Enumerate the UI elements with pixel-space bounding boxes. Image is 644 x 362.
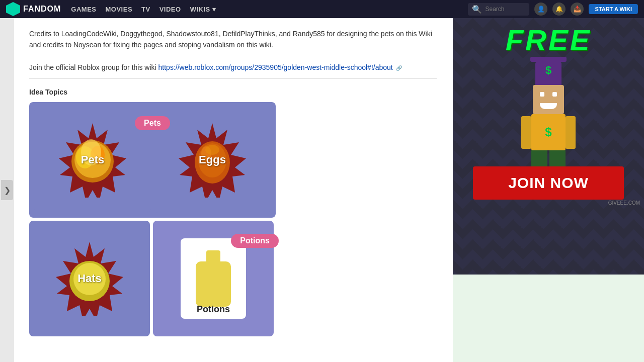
ad-rest-area xyxy=(453,275,644,362)
main-layout: ❯ Credits to LoadingCodeWiki, Doggythego… xyxy=(0,18,644,362)
potion-bottle xyxy=(196,250,231,307)
eggs-starburst: Eggs xyxy=(175,122,250,198)
eggs-inner-card[interactable]: Eggs xyxy=(154,107,271,213)
free-text: FREE xyxy=(506,23,592,57)
chevron-right-icon: ❯ xyxy=(4,186,11,195)
nav-games[interactable]: GAMES xyxy=(71,5,96,14)
pets-starburst: Pets xyxy=(55,122,130,198)
ad-watermark: GIVEEE.COM xyxy=(608,200,640,206)
content-inner: Credits to LoadingCodeWiki, Doggythegod,… xyxy=(14,18,447,346)
potions-card[interactable]: Potions Potions xyxy=(153,221,274,336)
idea-topics-title: Idea Topics xyxy=(29,88,437,96)
potions-badge: Potions xyxy=(231,234,279,248)
right-ad-panel: FREE $ xyxy=(453,18,644,362)
fandom-logo-icon xyxy=(6,2,20,16)
hats-label: Hats xyxy=(77,272,102,285)
join-now-button[interactable]: JOIN NOW xyxy=(473,166,624,200)
potion-body xyxy=(196,261,231,307)
nav-right-actions: 🔍 👤 🔔 📥 START A WIKI xyxy=(468,3,638,16)
nav-links: GAMES MOVIES TV VIDEO WIKIS ▾ xyxy=(71,5,216,14)
credits-paragraph: Credits to LoadingCodeWiki, Doggythegod,… xyxy=(29,28,437,51)
idea-topics-section: Idea Topics Pets xyxy=(29,86,437,336)
credits-section: Credits to LoadingCodeWiki, Doggythegod,… xyxy=(29,18,437,79)
pets-eggs-card[interactable]: Pets xyxy=(29,102,276,218)
left-sidebar-toggle[interactable]: ❯ xyxy=(0,18,14,362)
start-wiki-button[interactable]: START A WIKI xyxy=(589,4,638,14)
join-group-paragraph: Join the official Roblox group for this … xyxy=(29,62,437,73)
nav-tv[interactable]: TV xyxy=(141,5,150,14)
search-input[interactable] xyxy=(485,6,525,13)
fandom-logo[interactable]: FANDOM xyxy=(6,2,61,16)
roblox-group-link[interactable]: https://web.roblox.com/groups/2935905/go… xyxy=(158,63,393,71)
search-box[interactable]: 🔍 xyxy=(468,3,529,16)
toggle-chevron[interactable]: ❯ xyxy=(1,180,13,200)
user-avatar[interactable]: 👤 xyxy=(534,3,547,16)
hats-starburst: Hats xyxy=(52,241,127,316)
external-link-icon: 🔗 xyxy=(396,64,402,72)
eggs-label: Eggs xyxy=(199,153,226,166)
ad-content: FREE $ xyxy=(453,23,644,208)
topics-grid: Pets xyxy=(29,102,276,336)
main-content-area: Credits to LoadingCodeWiki, Doggythegod,… xyxy=(14,18,453,362)
potions-label: Potions xyxy=(181,304,246,315)
potions-box: Potions xyxy=(181,238,246,319)
nav-video[interactable]: VIDEO xyxy=(159,5,181,14)
fandom-logo-text: FANDOM xyxy=(23,5,61,14)
nav-movies[interactable]: MOVIES xyxy=(106,5,133,14)
pets-badge: Pets xyxy=(135,116,170,130)
nav-wikis[interactable]: WIKIS ▾ xyxy=(190,5,216,14)
ad-container: FREE $ xyxy=(453,18,644,275)
potion-neck xyxy=(206,250,220,261)
search-icon: 🔍 xyxy=(472,5,482,14)
hats-card[interactable]: Hats xyxy=(29,221,150,336)
pets-label: Pets xyxy=(81,153,104,166)
pets-inner-card[interactable]: Pets xyxy=(34,107,151,213)
join-group-text: Join the official Roblox group for this … xyxy=(29,63,158,71)
inbox-icon[interactable]: 📥 xyxy=(571,3,584,16)
notification-bell[interactable]: 🔔 xyxy=(552,3,566,16)
top-navigation: FANDOM GAMES MOVIES TV VIDEO WIKIS ▾ 🔍 👤… xyxy=(0,0,644,18)
